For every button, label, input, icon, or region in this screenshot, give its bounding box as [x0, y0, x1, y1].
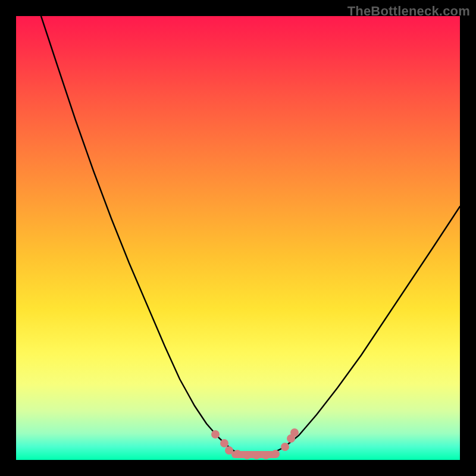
marker-dot	[290, 428, 299, 437]
marker-dot	[262, 451, 270, 459]
marker-dot	[252, 451, 261, 459]
marker-dot	[225, 446, 233, 455]
chart-plot-area	[16, 16, 460, 460]
marker-dot	[220, 439, 228, 447]
watermark-text: TheBottleneck.com	[347, 4, 470, 19]
marker-group	[211, 428, 299, 459]
bottleneck-curve	[41, 16, 460, 455]
curve-svg	[16, 16, 460, 460]
marker-dot	[211, 430, 220, 439]
marker-dot	[271, 450, 280, 458]
marker-dot	[233, 450, 242, 458]
marker-dot	[281, 443, 289, 451]
marker-dot	[243, 451, 251, 459]
